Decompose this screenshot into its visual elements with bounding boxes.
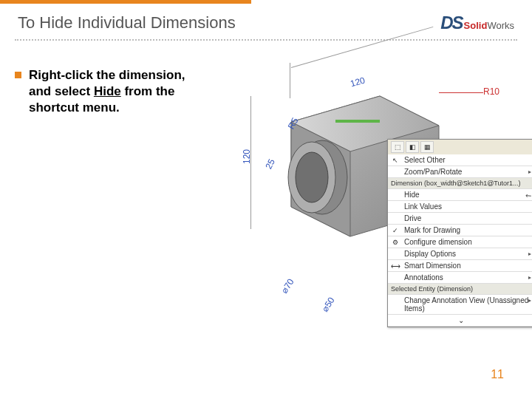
menu-change-annotation-view[interactable]: Change Annotation View (Unassigned Items…: [388, 295, 532, 315]
submenu-arrow-icon: ▸: [528, 250, 531, 257]
slide-title: To Hide Individual Dimensions: [18, 13, 236, 33]
slide-header: To Hide Individual Dimensions DS SolidWo…: [0, 4, 532, 39]
bullet-icon: [15, 72, 21, 78]
menu-annotations[interactable]: Annotations ▸: [388, 272, 532, 284]
ext-line: [250, 96, 251, 229]
menu-label: Link Values: [404, 202, 442, 211]
menu-smart-dimension[interactable]: ⟷ Smart Dimension: [388, 260, 532, 272]
dim-dia70: ⌀70: [279, 277, 296, 296]
menu-label: Change Annotation View (Unassigned Items…: [404, 296, 528, 313]
menu-label: Zoom/Pan/Rotate: [404, 168, 462, 176]
bullet-section: Right-click the dimension, and select Hi…: [15, 63, 207, 329]
dim-dia50: ⌀50: [320, 296, 337, 314]
menu-configure-dim[interactable]: ⚙ Configure dimension: [388, 236, 532, 248]
menu-label: Hide: [404, 191, 420, 199]
menu-label: Smart Dimension: [404, 262, 461, 270]
instruction-text: Right-click the dimension, and select Hi…: [29, 67, 207, 116]
menu-label: Selected Entity (Dimension): [391, 285, 473, 293]
context-toolbar: ⬚ ◧ ▦: [388, 140, 532, 154]
selected-dimension-highlight: [335, 120, 380, 123]
menu-label: Annotations: [404, 273, 443, 282]
submenu-arrow-icon: ▸: [528, 297, 531, 304]
menu-display-options[interactable]: Display Options ▸: [388, 248, 532, 260]
page-number: 11: [491, 368, 504, 381]
logo-solid: Solid: [464, 20, 488, 31]
menu-hide[interactable]: Hide ↖: [388, 189, 532, 201]
toolbar-icon[interactable]: ⬚: [391, 141, 404, 153]
menu-section-selected: Selected Entity (Dimension): [388, 284, 532, 295]
content-area: Right-click the dimension, and select Hi…: [0, 41, 532, 329]
svg-point-5: [296, 152, 328, 202]
cursor-indicator-icon: ↖: [523, 191, 532, 201]
menu-label: Dimension (box_width@Sketch1@Tutor1...): [391, 180, 521, 187]
dimension-icon: ⟷: [390, 262, 400, 270]
submenu-arrow-icon: ▸: [528, 168, 531, 175]
menu-label: Select Other: [404, 156, 446, 164]
figure-area: 120 120 25 R5 R10 ⌀70 ⌀50 ⬚ ◧ ▦ ↖ Select…: [210, 63, 517, 329]
menu-zoom-pan-rotate[interactable]: Zoom/Pan/Rotate ▸: [388, 166, 532, 178]
menu-section-dimension: Dimension (box_width@Sketch1@Tutor1...): [388, 178, 532, 189]
menu-mark-drawing[interactable]: ✓ Mark for Drawing: [388, 225, 532, 236]
solidworks-logo: DS SolidWorks: [440, 13, 514, 33]
context-menu: ⬚ ◧ ▦ ↖ Select Other Zoom/Pan/Rotate ▸ D…: [387, 139, 532, 327]
gear-icon: ⚙: [390, 238, 400, 247]
menu-label: Drive: [404, 214, 421, 222]
logo-ds: DS: [440, 13, 462, 33]
submenu-arrow-icon: ▸: [528, 274, 531, 281]
menu-label: Display Options: [404, 250, 456, 258]
menu-label: Configure dimension: [404, 238, 472, 246]
menu-select-other[interactable]: ↖ Select Other: [388, 154, 532, 166]
logo-works: Works: [487, 20, 514, 31]
chevron-down-icon: ⌄: [458, 316, 464, 324]
toolbar-icon[interactable]: ◧: [406, 141, 419, 153]
instruction-hide: Hide: [94, 84, 121, 98]
menu-drive[interactable]: Drive: [388, 213, 532, 225]
toolbar-icon[interactable]: ▦: [420, 141, 434, 153]
menu-link-values[interactable]: Link Values: [388, 201, 532, 213]
check-icon: ✓: [390, 226, 400, 235]
cursor-icon: ↖: [390, 156, 400, 165]
menu-label: Mark for Drawing: [404, 226, 460, 234]
menu-collapse[interactable]: ⌄: [388, 315, 532, 327]
leader-r10: [439, 92, 483, 93]
dim-r10: R10: [483, 86, 499, 97]
ext-line: [290, 63, 290, 98]
